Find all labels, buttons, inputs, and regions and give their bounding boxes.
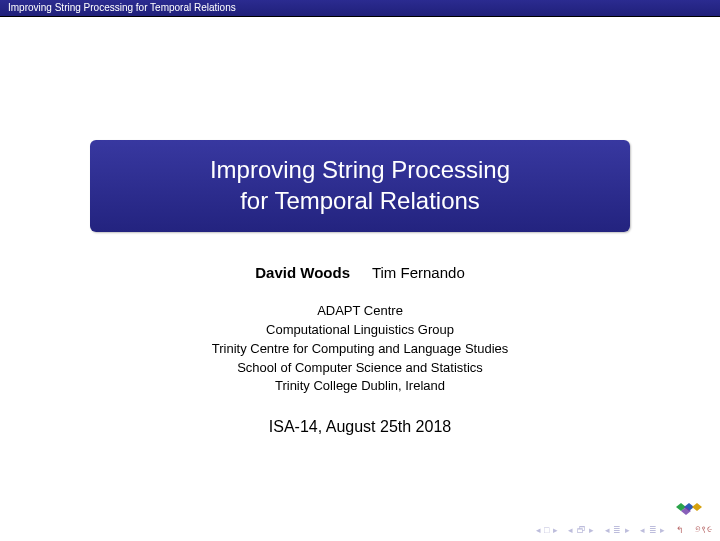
nav-controls: ◂ □ ▸ ◂ 🗗 ▸ ◂ ≣ ▸ ◂ ≣ ▸ ↰ ୭९૯ bbox=[536, 524, 712, 535]
title-line-1: Improving String Processing bbox=[110, 154, 610, 185]
nav-first-icon[interactable]: ◂ □ ▸ bbox=[536, 525, 559, 535]
affil-line-1: ADAPT Centre bbox=[110, 302, 610, 321]
author-primary: David Woods bbox=[255, 264, 350, 281]
authors: David Woods Tim Fernando bbox=[255, 264, 464, 281]
title-box: Improving String Processing for Temporal… bbox=[90, 140, 630, 232]
beamer-footer: ◂ □ ▸ ◂ 🗗 ▸ ◂ ≣ ▸ ◂ ≣ ▸ ↰ ୭९૯ bbox=[0, 509, 720, 541]
title-line-2: for Temporal Relations bbox=[110, 185, 610, 216]
title-block: Improving String Processing for Temporal… bbox=[90, 140, 630, 232]
slide-header: Improving String Processing for Temporal… bbox=[0, 0, 720, 17]
affil-line-4: School of Computer Science and Statistic… bbox=[110, 359, 610, 378]
affiliation: ADAPT Centre Computational Linguistics G… bbox=[110, 302, 610, 396]
affil-line-5: Trinity College Dublin, Ireland bbox=[110, 377, 610, 396]
venue: ISA-14, August 25th 2018 bbox=[269, 418, 451, 436]
header-short-title: Improving String Processing for Temporal… bbox=[8, 2, 236, 13]
nav-back-icon[interactable]: ↰ bbox=[676, 525, 685, 535]
affil-line-2: Computational Linguistics Group bbox=[110, 321, 610, 340]
nav-subsection-icon[interactable]: ◂ ≣ ▸ bbox=[605, 525, 631, 535]
nav-frame-icon[interactable]: ◂ ≣ ▸ bbox=[640, 525, 666, 535]
author-secondary: Tim Fernando bbox=[372, 264, 465, 281]
nav-search-icon[interactable]: ୭९૯ bbox=[695, 524, 713, 535]
affil-line-3: Trinity Centre for Computing and Languag… bbox=[110, 340, 610, 359]
nav-section-icon[interactable]: ◂ 🗗 ▸ bbox=[568, 525, 595, 535]
